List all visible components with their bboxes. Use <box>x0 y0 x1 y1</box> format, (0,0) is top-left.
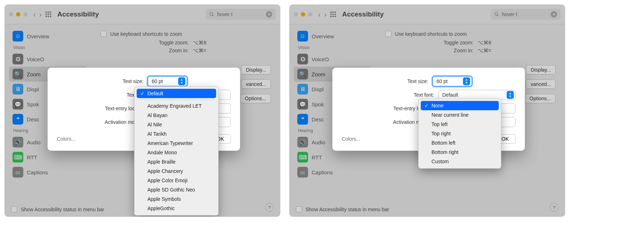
text-size-label: Text size: <box>86 78 143 84</box>
dropdown-item[interactable]: Al Nile <box>137 120 216 129</box>
dropdown-separator <box>139 100 214 100</box>
dropdown-item[interactable]: Al Tarikh <box>137 129 216 139</box>
dropdown-item[interactable]: Apple Color Emoji <box>137 176 216 185</box>
text-size-value: 60 pt <box>152 78 163 84</box>
dropdown-item[interactable]: Custom <box>421 157 499 166</box>
dropdown-item[interactable]: Top left <box>421 120 499 129</box>
dropdown-item[interactable]: AppleGothic <box>137 204 216 213</box>
dropdown-item[interactable]: Top right <box>421 129 499 138</box>
colors-button[interactable]: Colors... <box>342 136 360 142</box>
text-size-popup[interactable]: 60 pt ▲▼ <box>433 76 472 86</box>
text-entry-location-dropdown[interactable]: None Near current line Top left Top righ… <box>418 98 501 169</box>
dropdown-item[interactable]: Bottom left <box>421 138 499 147</box>
dropdown-item[interactable]: Apple Braille <box>137 157 216 166</box>
dropdown-item-default[interactable]: Default <box>137 89 216 98</box>
stepper-icon: ▲▼ <box>463 77 470 85</box>
dropdown-item[interactable]: Al Bayan <box>137 111 216 120</box>
colors-button[interactable]: Colors... <box>57 136 75 142</box>
text-size-value: 60 pt <box>436 78 448 84</box>
dropdown-item[interactable]: Near current line <box>421 110 499 120</box>
text-size-label: Text size: <box>371 78 428 84</box>
dropdown-item[interactable]: American Typewriter <box>137 139 216 148</box>
preferences-window-left: ‹ › Accessibility hover t ✕ ☺Overview Vi… <box>4 4 280 217</box>
preferences-window-right: ‹ › Accessibility hover t ✕ ☺Overview Vi… <box>289 4 565 217</box>
dropdown-item[interactable]: Andale Mono <box>137 148 216 157</box>
text-font-value: Default <box>442 92 458 98</box>
dropdown-item[interactable]: Academy Engraved LET <box>137 101 216 111</box>
chevrons-icon: ▲▼ <box>507 91 514 99</box>
text-font-dropdown[interactable]: Default Academy Engraved LET Al Bayan Al… <box>134 86 219 216</box>
dropdown-item[interactable]: Apple SD Gothic Neo <box>137 185 216 194</box>
dropdown-item[interactable]: Bottom right <box>421 147 499 157</box>
text-size-popup[interactable]: 60 pt ▲▼ <box>148 76 187 86</box>
stepper-icon: ▲▼ <box>178 77 185 85</box>
dropdown-item[interactable]: Apple Chancery <box>137 166 216 176</box>
dropdown-item-none[interactable]: None <box>421 101 499 110</box>
text-font-label: Text font: <box>377 92 434 98</box>
dropdown-item[interactable]: Apple Symbols <box>137 194 216 204</box>
